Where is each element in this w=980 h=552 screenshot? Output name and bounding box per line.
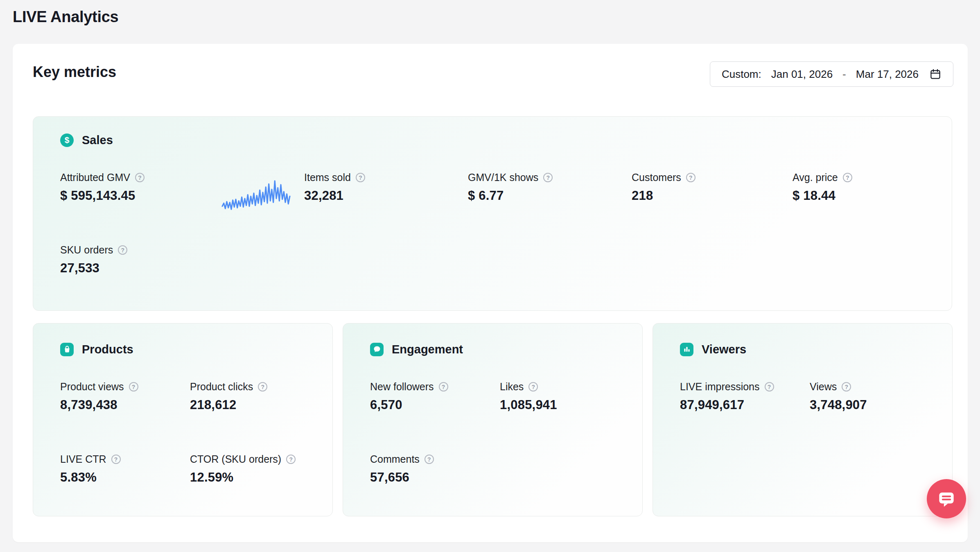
metric-label: Avg. price — [793, 172, 838, 183]
metric-label: Views — [810, 381, 837, 393]
date-range-start[interactable]: Jan 01, 2026 — [771, 68, 833, 81]
metric-label: Attributed GMV — [60, 172, 130, 183]
viewers-section-title: Viewers — [702, 343, 746, 356]
sales-icon: $ — [60, 133, 74, 147]
metric-label: LIVE impressions — [680, 381, 760, 393]
metric-value: 12.59% — [190, 470, 316, 485]
metric-value: 218 — [632, 188, 793, 203]
sales-section-title: Sales — [82, 133, 113, 147]
date-range-end[interactable]: Mar 17, 2026 — [856, 68, 919, 81]
metric-customers: Customers ? 218 — [632, 172, 793, 203]
metric-value: 1,085,941 — [500, 398, 626, 412]
help-icon[interactable]: ? — [356, 173, 365, 182]
metric-live-ctr: LIVE CTR ? 5.83% — [60, 453, 190, 485]
metric-ctor-sku-orders: CTOR (SKU orders) ? 12.59% — [190, 453, 316, 485]
date-range-prefix: Custom: — [722, 68, 761, 81]
metric-likes: Likes ? 1,085,941 — [500, 381, 626, 412]
metric-value: 27,533 — [60, 261, 925, 276]
key-metrics-panel: Key metrics Custom: Jan 01, 2026 - Mar 1… — [13, 44, 968, 542]
date-range-separator: - — [842, 68, 846, 81]
help-icon[interactable]: ? — [135, 173, 145, 182]
help-icon[interactable]: ? — [425, 455, 434, 464]
metric-avg-price: Avg. price ? $ 18.44 — [793, 172, 925, 203]
date-range-picker[interactable]: Custom: Jan 01, 2026 - Mar 17, 2026 — [710, 61, 953, 87]
metric-sku-orders: SKU orders ? 27,533 — [60, 244, 925, 276]
products-section-title: Products — [82, 343, 133, 356]
help-icon[interactable]: ? — [118, 245, 127, 255]
page-title: LIVE Analytics — [13, 8, 118, 26]
metric-value: $ 18.44 — [793, 188, 925, 203]
chat-launcher-button[interactable] — [927, 479, 966, 518]
help-icon[interactable]: ? — [111, 455, 121, 464]
engagement-icon — [370, 343, 384, 356]
viewers-icon — [680, 343, 693, 356]
metric-label: GMV/1K shows — [468, 172, 538, 183]
products-icon — [60, 343, 74, 356]
metric-value: $ 6.77 — [468, 188, 632, 203]
metric-value: 5.83% — [60, 470, 190, 485]
help-icon[interactable]: ? — [286, 455, 296, 464]
metric-live-impressions: LIVE impressions ? 87,949,617 — [680, 381, 810, 412]
metric-label: New followers — [370, 381, 434, 393]
metric-views: Views ? 3,748,907 — [810, 381, 936, 412]
metric-value: 87,949,617 — [680, 398, 810, 412]
metric-label: LIVE CTR — [60, 453, 106, 465]
metric-label: Product clicks — [190, 381, 253, 393]
help-icon[interactable]: ? — [528, 382, 538, 391]
metric-new-followers: New followers ? 6,570 — [370, 381, 500, 412]
help-icon[interactable]: ? — [439, 382, 448, 391]
engagement-card: Engagement New followers ? 6,570 Likes ? — [343, 323, 643, 516]
help-icon[interactable]: ? — [843, 173, 852, 182]
metric-product-views: Product views ? 8,739,438 — [60, 381, 190, 412]
panel-title: Key metrics — [33, 63, 116, 81]
metric-value: 3,748,907 — [810, 398, 936, 412]
products-card: Products Product views ? 8,739,438 Produ… — [33, 323, 333, 516]
sales-sparkline — [222, 177, 290, 217]
help-icon[interactable]: ? — [543, 173, 553, 182]
metric-label: Product views — [60, 381, 124, 393]
metric-value: 8,739,438 — [60, 398, 190, 412]
help-icon[interactable]: ? — [129, 382, 138, 391]
calendar-icon[interactable] — [929, 68, 942, 80]
metric-gmv-per-1k-shows: GMV/1K shows ? $ 6.77 — [468, 172, 632, 203]
metric-label: CTOR (SKU orders) — [190, 453, 281, 465]
engagement-section-title: Engagement — [392, 343, 463, 356]
metric-items-sold: Items sold ? 32,281 — [304, 172, 468, 203]
help-icon[interactable]: ? — [258, 382, 267, 391]
metric-value: 6,570 — [370, 398, 500, 412]
help-icon[interactable]: ? — [686, 173, 695, 182]
metric-label: Comments — [370, 453, 420, 465]
metric-value: 57,656 — [370, 470, 500, 485]
metric-label: Customers — [632, 172, 681, 183]
metric-value: 218,612 — [190, 398, 316, 412]
metric-label: SKU orders — [60, 244, 113, 256]
live-analytics-screen: LIVE Analytics Key metrics Custom: Jan 0… — [0, 0, 980, 552]
metric-label: Items sold — [304, 172, 351, 183]
help-icon[interactable]: ? — [842, 382, 851, 391]
sales-card: $ Sales Attributed GMV ? $ 595,143.45 — [33, 116, 952, 311]
metric-label: Likes — [500, 381, 524, 393]
metric-value: 32,281 — [304, 188, 468, 203]
chat-icon — [937, 489, 956, 508]
metric-product-clicks: Product clicks ? 218,612 — [190, 381, 316, 412]
viewers-card: Viewers LIVE impressions ? 87,949,617 Vi… — [653, 323, 953, 516]
help-icon[interactable]: ? — [765, 382, 774, 391]
metric-comments: Comments ? 57,656 — [370, 453, 500, 485]
